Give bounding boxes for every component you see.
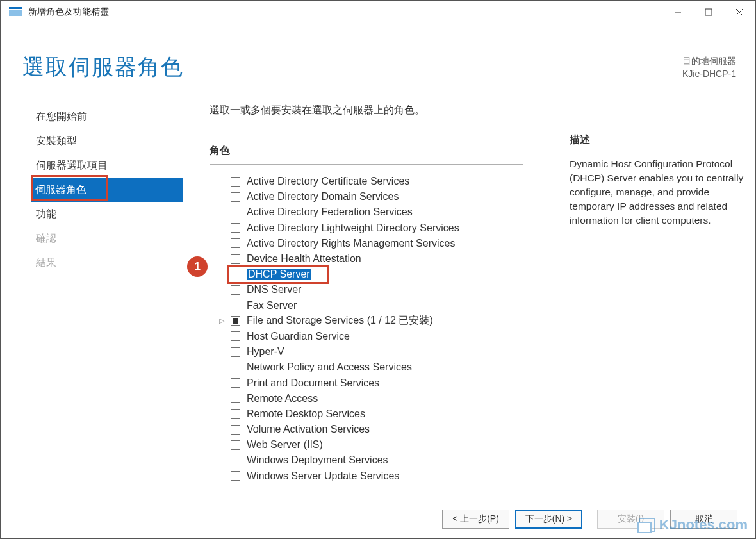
role-label: Active Directory Rights Management Servi… xyxy=(247,238,455,249)
role-item[interactable]: Active Directory Federation Services xyxy=(231,204,523,220)
role-checkbox[interactable] xyxy=(231,425,240,435)
instruction-text: 選取一或多個要安裝在選取之伺服器上的角色。 xyxy=(210,104,550,117)
maximize-button[interactable] xyxy=(693,1,724,24)
role-checkbox[interactable] xyxy=(231,409,240,419)
role-label: Remote Desktop Services xyxy=(247,408,365,420)
role-item[interactable]: Windows Server Update Services xyxy=(231,469,523,484)
role-label: Hyper-V xyxy=(247,346,284,358)
wizard-step[interactable]: 伺服器選取項目 xyxy=(35,154,183,178)
role-item[interactable]: Hyper-V xyxy=(231,344,523,360)
role-checkbox[interactable] xyxy=(231,471,240,481)
window-controls xyxy=(662,1,755,24)
page-title: 選取伺服器角色 xyxy=(22,53,184,82)
minimize-button[interactable] xyxy=(662,1,693,24)
description-heading: 描述 xyxy=(570,133,749,147)
role-checkbox[interactable] xyxy=(231,208,240,217)
next-button[interactable]: 下一步(N) > xyxy=(515,510,582,529)
annotation-badge: 1 xyxy=(187,256,208,277)
role-checkbox[interactable] xyxy=(231,301,240,310)
role-checkbox[interactable] xyxy=(231,363,240,372)
role-item[interactable]: Volume Activation Services xyxy=(231,422,523,437)
cancel-button[interactable]: 取消 xyxy=(670,510,737,529)
close-button[interactable] xyxy=(724,1,755,24)
wizard-step: 結果 xyxy=(35,251,183,275)
role-checkbox[interactable] xyxy=(231,316,240,326)
install-button[interactable]: 安裝(I) xyxy=(597,510,664,529)
role-checkbox[interactable] xyxy=(231,192,240,202)
wizard-step: 確認 xyxy=(35,227,183,251)
role-item[interactable]: Active Directory Lightweight Directory S… xyxy=(231,220,523,236)
role-checkbox[interactable] xyxy=(231,285,240,295)
role-checkbox[interactable] xyxy=(231,177,240,187)
roles-list: 1 Active Directory Certificate ServicesA… xyxy=(210,164,523,485)
role-item[interactable]: Active Directory Certificate Services xyxy=(231,174,523,189)
role-item[interactable]: DHCP Server xyxy=(231,267,523,282)
role-checkbox[interactable] xyxy=(231,440,240,450)
role-item[interactable]: Windows Deployment Services xyxy=(231,452,523,468)
destination-server: KJie-DHCP-1 xyxy=(682,67,736,80)
role-item[interactable]: Active Directory Rights Management Servi… xyxy=(231,236,523,251)
role-item[interactable]: Device Health Attestation xyxy=(231,251,523,267)
description-panel: 描述 Dynamic Host Configuration Protocol (… xyxy=(550,97,749,495)
role-checkbox[interactable] xyxy=(231,347,240,357)
role-item[interactable]: Print and Document Services xyxy=(231,375,523,390)
role-checkbox[interactable] xyxy=(231,394,240,403)
app-icon xyxy=(9,7,22,17)
role-label: Active Directory Domain Services xyxy=(247,191,399,203)
titlebar: 新增角色及功能精靈 xyxy=(1,1,755,24)
role-label: DNS Server xyxy=(247,284,301,295)
wizard-step[interactable]: 功能 xyxy=(35,203,183,226)
wizard-step[interactable]: 伺服器角色 xyxy=(31,178,183,202)
main-panel: 選取一或多個要安裝在選取之伺服器上的角色。 角色 1 Active Direct… xyxy=(183,97,550,495)
role-label: Device Health Attestation xyxy=(247,253,361,265)
description-text: Dynamic Host Configuration Protocol (DHC… xyxy=(570,157,749,228)
role-label: Windows Server Update Services xyxy=(247,470,399,482)
destination-server-block: 目的地伺服器 KJie-DHCP-1 xyxy=(682,54,736,81)
role-label: Network Policy and Access Services xyxy=(247,361,412,373)
role-checkbox[interactable] xyxy=(231,254,240,264)
role-label: Active Directory Lightweight Directory S… xyxy=(247,222,459,234)
previous-button[interactable]: < 上一步(P) xyxy=(442,510,509,529)
role-label: Remote Access xyxy=(247,393,318,404)
role-checkbox[interactable] xyxy=(231,238,240,248)
role-item[interactable]: DNS Server xyxy=(231,282,523,297)
wizard-steps-sidebar: 在您開始前安裝類型伺服器選取項目伺服器角色功能確認結果 xyxy=(35,97,183,495)
roles-heading: 角色 xyxy=(210,144,550,158)
role-item[interactable]: Network Policy and Access Services xyxy=(231,360,523,375)
role-item[interactable]: Host Guardian Service xyxy=(231,329,523,344)
role-label: Volume Activation Services xyxy=(247,424,370,435)
wizard-step[interactable]: 安裝類型 xyxy=(35,129,183,153)
role-label: Print and Document Services xyxy=(247,377,379,389)
role-checkbox[interactable] xyxy=(231,378,240,388)
role-label: Fax Server xyxy=(247,300,297,311)
footer: < 上一步(P) 下一步(N) > 安裝(I) 取消 xyxy=(1,499,755,538)
role-item[interactable]: ▷File and Storage Services (1 / 12 已安裝) xyxy=(231,313,523,329)
role-checkbox[interactable] xyxy=(231,223,240,233)
role-label: Windows Deployment Services xyxy=(247,454,388,466)
role-item[interactable]: Remote Desktop Services xyxy=(231,406,523,422)
destination-label: 目的地伺服器 xyxy=(682,54,736,67)
role-item[interactable]: Remote Access xyxy=(231,391,523,406)
role-item[interactable]: Active Directory Domain Services xyxy=(231,189,523,204)
role-checkbox[interactable] xyxy=(231,331,240,341)
expand-icon[interactable]: ▷ xyxy=(219,317,224,325)
role-label: Active Directory Federation Services xyxy=(247,206,413,218)
svg-rect-1 xyxy=(705,9,712,15)
role-label: Host Guardian Service xyxy=(247,331,350,342)
role-label: File and Storage Services (1 / 12 已安裝) xyxy=(247,314,433,328)
role-checkbox[interactable] xyxy=(231,270,240,279)
role-checkbox[interactable] xyxy=(231,456,240,465)
role-label: Web Server (IIS) xyxy=(247,439,323,451)
role-item[interactable]: Fax Server xyxy=(231,298,523,313)
role-label: DHCP Server xyxy=(247,269,311,280)
header: 選取伺服器角色 目的地伺服器 KJie-DHCP-1 xyxy=(1,24,755,97)
role-item[interactable]: Web Server (IIS) xyxy=(231,437,523,452)
role-label: Active Directory Certificate Services xyxy=(247,176,409,187)
wizard-step[interactable]: 在您開始前 xyxy=(35,105,183,129)
window-title: 新增角色及功能精靈 xyxy=(28,6,109,18)
